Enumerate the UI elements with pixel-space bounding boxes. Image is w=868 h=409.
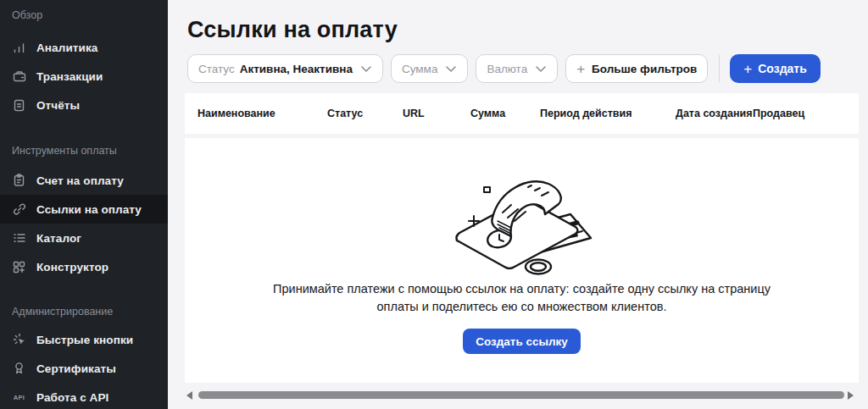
create-link-button[interactable]: Создать ссылку [463, 329, 581, 354]
status-filter-value: Активна, Неактивна [240, 63, 353, 75]
filter-divider [719, 55, 720, 82]
status-filter-label: Статус [198, 63, 235, 75]
sidebar-item-label: Быстрые кнопки [36, 334, 133, 346]
bar-chart-icon [12, 41, 26, 55]
sidebar-item-certificates[interactable]: Сертификаты [0, 354, 168, 383]
create-button-label: Создать [758, 62, 807, 75]
horizontal-scrollbar [168, 388, 868, 401]
sidebar-section-overview: Обзор [0, 5, 168, 25]
scroll-right-arrow-icon[interactable] [848, 391, 854, 400]
constructor-icon [12, 260, 26, 274]
column-header-amount: Сумма [470, 108, 540, 119]
sidebar-item-invoice[interactable]: Счет на оплату [0, 166, 168, 195]
quick-buttons-icon [12, 333, 26, 347]
empty-state-panel: Принимайте платежи с помощью ссылок на о… [185, 138, 859, 383]
certificate-icon [12, 362, 26, 376]
catalog-icon [12, 231, 26, 246]
column-header-seller: Продавец [753, 108, 859, 119]
create-button[interactable]: + Создать [730, 54, 821, 83]
sidebar-item-label: Счет на оплату [36, 174, 124, 187]
sidebar-item-transactions[interactable]: Транзакции [0, 62, 168, 91]
sidebar-item-constructor[interactable]: Конструктор [0, 252, 168, 281]
sidebar-section-administration: Администрирование [0, 301, 168, 322]
payment-receipt-illustration [450, 165, 594, 277]
sidebar-item-label: Отчёты [36, 99, 80, 112]
status-filter-select[interactable]: Статус Активна, Неактивна [187, 54, 383, 83]
sidebar-item-analytics[interactable]: Аналитика [0, 33, 168, 62]
sidebar-item-payment-links[interactable]: Ссылки на оплату [0, 195, 168, 224]
empty-state-description: Принимайте платежи с помощью ссылок на о… [272, 280, 772, 316]
sidebar-item-quick-buttons[interactable]: Быстрые кнопки [0, 325, 168, 354]
payment-links-page: Обзор Аналитика Транзакции Отчёты [0, 0, 868, 409]
amount-filter-select[interactable]: Сумма [391, 54, 468, 83]
invoice-icon [12, 174, 26, 188]
chevron-down-icon [360, 65, 372, 73]
sidebar-item-api[interactable]: API Работа с API [0, 383, 168, 409]
sidebar-item-label: Каталог [36, 232, 81, 245]
api-icon: API [12, 390, 26, 405]
sidebar-item-catalog[interactable]: Каталог [0, 224, 168, 252]
currency-filter-select[interactable]: Валюта [476, 54, 558, 83]
column-header-validity-period: Период действия [540, 108, 676, 119]
scrollbar-thumb[interactable] [198, 391, 844, 399]
sidebar-item-label: Аналитика [36, 41, 97, 54]
sidebar-item-label: Конструктор [36, 261, 108, 274]
column-header-url: URL [403, 108, 470, 119]
main-content: Ссылки на оплату Статус Активна, Неактив… [168, 0, 868, 409]
report-icon [12, 98, 26, 113]
sidebar-item-label: Транзакции [36, 70, 103, 83]
column-header-name: Наименование [198, 108, 327, 119]
sidebar-section-payment-tools: Инструменты оплаты [0, 141, 168, 161]
plus-icon: + [743, 62, 752, 76]
wallet-icon [12, 69, 26, 84]
table-header-row: Наименование Статус URL Сумма Период дей… [185, 93, 859, 134]
sidebar: Обзор Аналитика Транзакции Отчёты [0, 0, 168, 409]
more-filters-label: Больше фильтров [592, 63, 697, 75]
column-header-status: Статус [327, 108, 403, 119]
sidebar-item-label: Работа с API [36, 391, 108, 404]
currency-filter-label: Валюта [487, 63, 527, 75]
column-header-created-date: Дата создания [676, 108, 753, 119]
chevron-down-icon [535, 65, 547, 73]
sidebar-item-label: Ссылки на оплату [36, 203, 142, 216]
chevron-down-icon [445, 65, 457, 73]
plus-icon: + [576, 62, 585, 76]
page-title: Ссылки на оплату [187, 17, 398, 43]
link-icon [12, 202, 26, 217]
filter-bar: Статус Активна, Неактивна Сумма Валюта [187, 54, 821, 83]
sidebar-item-label: Сертификаты [36, 362, 116, 375]
scroll-left-arrow-icon[interactable] [186, 391, 192, 400]
sidebar-item-reports[interactable]: Отчёты [0, 91, 168, 119]
amount-filter-label: Сумма [402, 63, 437, 75]
more-filters-button[interactable]: + Больше фильтров [565, 54, 708, 83]
